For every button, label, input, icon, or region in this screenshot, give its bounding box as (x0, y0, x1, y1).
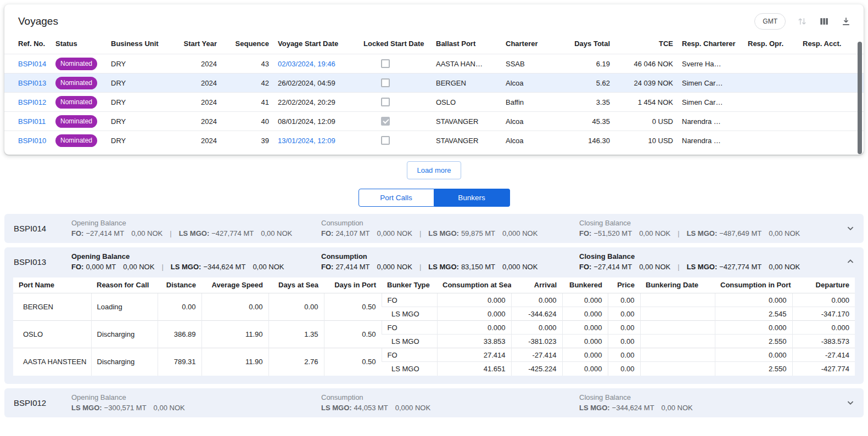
view-tabs: Port Calls Bunkers (0, 189, 868, 207)
resp-opr-cell (743, 73, 798, 93)
col-days-total[interactable]: Days Total (565, 33, 614, 54)
columns-icon[interactable] (819, 16, 830, 27)
section-ref-label: BSPI013 (4, 257, 71, 267)
col-days-at-sea: Days at Sea (268, 278, 324, 293)
bunker-section-header[interactable]: BSPI012 Opening Balance LS MGO:−300,571 … (4, 388, 864, 417)
voyage-ref-link[interactable]: BSPI014 (18, 60, 46, 68)
gmt-timezone-button[interactable]: GMT (754, 13, 786, 30)
voyage-ref-link[interactable]: BSPI013 (18, 79, 46, 87)
business-unit-cell: DRY (107, 131, 172, 150)
arrival-cell: -425.224 (511, 362, 562, 376)
bunkered-cell: 0.000 (562, 335, 608, 348)
load-more-button[interactable]: Load more (407, 161, 461, 179)
reason-cell: Discharging (91, 321, 158, 348)
voyage-row[interactable]: BSPI014 Nominated DRY 2024 43 02/03/2024… (4, 54, 864, 73)
port-name-cell: OSLO (13, 321, 91, 348)
col-start-year[interactable]: Start Year (172, 33, 221, 54)
resp-charterer-cell: Narendra … (677, 131, 743, 150)
bunker-sections: BSPI014 Opening Balance FO:−27,414 MT0,0… (4, 214, 864, 417)
col-ballast-port[interactable]: Ballast Port (432, 33, 501, 54)
charterer-cell: Alcoa (501, 131, 565, 150)
chevron-up-icon[interactable] (844, 256, 856, 268)
port-row: OSLO Discharging 386.89 11.90 1.35 0.50 … (13, 321, 855, 335)
departure-cell: 0.000 (792, 293, 855, 307)
col-distance: Distance (158, 278, 201, 293)
tce-cell: 24 039 NOK (614, 73, 677, 93)
col-status[interactable]: Status (51, 33, 107, 54)
days-total-cell: 6.19 (565, 54, 614, 73)
departure-cell: -347.170 (792, 307, 855, 321)
voyage-ref-link[interactable]: BSPI011 (18, 117, 46, 126)
locked-start-date-checkbox[interactable] (381, 59, 390, 68)
col-port-name: Port Name (13, 278, 91, 293)
cons-port-cell: 2.545 (715, 307, 792, 321)
distance-cell: 789.31 (158, 348, 201, 376)
locked-start-date-checkbox[interactable] (381, 98, 390, 106)
voyage-ref-link[interactable]: BSPI010 (18, 137, 46, 145)
tab-bunkers[interactable]: Bunkers (434, 189, 510, 207)
bunker-type-cell: FO (382, 348, 437, 362)
port-name-cell: AASTA HANSTEEN (13, 348, 91, 376)
download-icon[interactable] (841, 16, 852, 27)
col-resp-charterer[interactable]: Resp. Charterer (677, 33, 743, 54)
col-consumption-at-sea: Consumption at Sea (437, 278, 511, 293)
col-charterer[interactable]: Charterer (501, 33, 565, 54)
resp-charterer-cell: Narendra … (677, 112, 743, 131)
col-arrival: Arrival (511, 278, 562, 293)
bunker-type-cell: LS MGO (382, 307, 437, 321)
arrival-cell: -381.023 (511, 335, 562, 348)
locked-start-date-checkbox[interactable] (381, 136, 390, 145)
col-business-unit[interactable]: Business Unit (107, 33, 172, 54)
bunker-section-header[interactable]: BSPI013 Opening Balance FO:0,000 MT0,00 … (4, 247, 864, 276)
col-sequence[interactable]: Sequence (221, 33, 273, 54)
arrival-cell: -344.624 (511, 307, 562, 321)
bunker-section-header[interactable]: BSPI014 Opening Balance FO:−27,414 MT0,0… (4, 214, 864, 243)
chevron-down-icon[interactable] (844, 397, 856, 409)
sequence-cell: 40 (221, 112, 273, 131)
start-year-cell: 2024 (172, 73, 221, 93)
days-at-sea-cell: 2.76 (268, 348, 324, 376)
ballast-port-cell: STAVANGER (432, 112, 501, 131)
col-average-speed: Average Speed (201, 278, 268, 293)
resp-charterer-cell: Sverre Ha… (677, 54, 743, 73)
col-resp-acct[interactable]: Resp. Acct. (798, 33, 864, 54)
charterer-cell: Alcoa (501, 73, 565, 93)
opening-balance: Opening Balance FO:−27,414 MT0,00 NOK|LS… (71, 218, 321, 239)
ballast-port-cell: BERGEN (432, 73, 501, 93)
port-row: BERGEN Loading 0.00 0.00 0.00 0.50 FO 0.… (13, 293, 855, 307)
bunker-type-cell: FO (382, 321, 437, 335)
voyage-start-date-link[interactable]: 13/01/2024, 12:09 (278, 137, 335, 145)
price-cell: 0.00 (608, 321, 640, 335)
cons-sea-cell: 33.853 (437, 335, 511, 348)
voyage-row[interactable]: BSPI013 Nominated DRY 2024 42 26/02/2024… (4, 73, 864, 93)
col-ref-no[interactable]: Ref. No. (4, 33, 51, 54)
sequence-cell: 43 (221, 54, 273, 73)
tab-port-calls[interactable]: Port Calls (359, 189, 434, 207)
col-resp-opr[interactable]: Resp. Opr. (743, 33, 798, 54)
voyages-table-header-row: Ref. No. Status Business Unit Start Year… (4, 33, 864, 54)
voyage-row[interactable]: BSPI011 Nominated DRY 2024 40 08/01/2024… (4, 112, 864, 131)
start-year-cell: 2024 (172, 131, 221, 150)
voyage-ref-link[interactable]: BSPI012 (18, 98, 46, 106)
locked-start-date-checkbox[interactable] (381, 117, 390, 126)
sort-icon[interactable] (797, 16, 808, 27)
col-bunker-type: Bunker Type (382, 278, 437, 293)
table-scrollbar[interactable] (858, 42, 862, 154)
price-cell: 0.00 (608, 348, 640, 362)
port-calls-table: Port Name Reason for Call Distance Avera… (13, 278, 855, 376)
page-title: Voyages (18, 15, 58, 27)
chevron-down-icon[interactable] (844, 222, 856, 234)
bunkering-date-cell (640, 293, 715, 307)
price-cell: 0.00 (608, 307, 640, 321)
col-voyage-start-date[interactable]: Voyage Start Date (273, 33, 359, 54)
status-badge: Nominated (55, 77, 97, 89)
ballast-port-cell: AASTA HAN… (432, 54, 501, 73)
col-locked-start-date[interactable]: Locked Start Date (359, 33, 432, 54)
voyage-row[interactable]: BSPI012 Nominated DRY 2024 41 22/02/2024… (4, 93, 864, 112)
col-tce[interactable]: TCE (614, 33, 677, 54)
voyage-row[interactable]: BSPI010 Nominated DRY 2024 39 13/01/2024… (4, 131, 864, 150)
port-table-header-row: Port Name Reason for Call Distance Avera… (13, 278, 855, 293)
voyage-start-date-link[interactable]: 02/03/2024, 19:46 (278, 60, 335, 68)
locked-start-date-checkbox[interactable] (381, 78, 390, 87)
reason-cell: Discharging (91, 348, 158, 376)
